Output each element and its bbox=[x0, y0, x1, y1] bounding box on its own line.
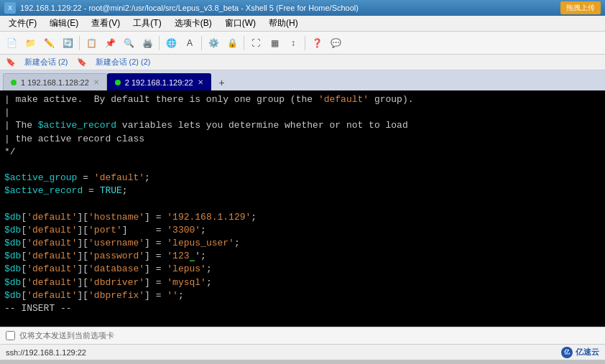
watermark-text: 亿速云 bbox=[576, 347, 599, 358]
connection-status: ssh://192.168.1.129:22 bbox=[6, 348, 86, 357]
send-to-current-tab-label: 仅将文本发送到当前选项卡 bbox=[19, 330, 114, 341]
watermark-icon: 亿 bbox=[561, 347, 573, 358]
menu-view[interactable]: 查看(V) bbox=[86, 16, 126, 31]
lock-button[interactable]: 🔒 bbox=[223, 34, 241, 52]
terminal-line-5: */ bbox=[4, 146, 601, 159]
open-button[interactable]: 📁 bbox=[22, 34, 39, 52]
globe-button[interactable]: 🌐 bbox=[162, 34, 180, 52]
terminal-line-13: $db['default']['password'] = '123█'; bbox=[4, 250, 601, 263]
toolbar: 📄 📁 ✏️ 🔄 📋 📌 🔍 🖨️ 🌐 A ⚙️ 🔒 ⛶ ▦ ↕️ ❓ 💬 bbox=[0, 32, 605, 55]
terminal-line-7: $active_group = 'default'; bbox=[4, 172, 601, 185]
watermark: 亿 亿速云 bbox=[561, 347, 599, 358]
paste-button[interactable]: 📌 bbox=[101, 34, 119, 52]
separator-4 bbox=[244, 36, 244, 50]
terminal-line-2: | bbox=[4, 106, 601, 119]
tab-2[interactable]: 2 192.168.1.129:22 ✕ bbox=[107, 73, 211, 90]
menu-bar: 文件(F) 编辑(E) 查看(V) 工具(T) 选项卡(B) 窗口(W) 帮助(… bbox=[0, 16, 605, 32]
terminal-line-4: | the active record class bbox=[4, 133, 601, 146]
menu-window[interactable]: 窗口(W) bbox=[219, 16, 262, 31]
terminal-line-10: $db['default']['hostname'] = '192.168.1.… bbox=[4, 211, 601, 224]
help-toolbar-button[interactable]: ❓ bbox=[308, 34, 325, 52]
terminal-line-6 bbox=[4, 159, 601, 172]
new-button[interactable]: 📄 bbox=[3, 34, 20, 52]
status-bar: ssh://192.168.1.129:22 亿 亿速云 bbox=[0, 344, 605, 360]
terminal-line-3: | The $active_record variables lets you … bbox=[4, 119, 601, 132]
separator-1 bbox=[79, 36, 80, 50]
tabs-bar: 1 192.168.1.128:22 ✕ 2 192.168.1.129:22 … bbox=[0, 70, 605, 90]
title-bar-left: X 192.168.1.129:22 - root@mini2:/usr/loc… bbox=[4, 2, 359, 14]
bottom-bar: 仅将文本发送到当前选项卡 bbox=[0, 327, 605, 344]
separator-5 bbox=[305, 36, 305, 50]
terminal-line-14: $db['default']['database'] = 'lepus'; bbox=[4, 263, 601, 276]
find-button[interactable]: 🔍 bbox=[120, 34, 137, 52]
session-link-1[interactable]: 新建会话 (2) bbox=[24, 57, 68, 67]
title-bar-right: 拖拽上传 bbox=[560, 1, 601, 14]
menu-help[interactable]: 帮助(H) bbox=[263, 16, 304, 31]
session-link-2[interactable]: 新建会话 (2) (2) bbox=[96, 57, 151, 67]
tab-close-2[interactable]: ✕ bbox=[198, 78, 203, 86]
grid-button[interactable]: ▦ bbox=[266, 34, 283, 52]
tab-label-2: 2 192.168.1.129:22 bbox=[125, 78, 193, 87]
menu-edit[interactable]: 编辑(E) bbox=[44, 16, 84, 31]
app-icon: X bbox=[4, 2, 16, 14]
terminal-line-8: $active_record = TRUE; bbox=[4, 185, 601, 197]
tab-label-1: 1 192.168.1.128:22 bbox=[21, 78, 89, 87]
separator-2 bbox=[159, 36, 160, 50]
transfer-button[interactable]: ↕️ bbox=[285, 34, 302, 52]
bookmark-icon-1: 🔖 bbox=[6, 57, 16, 67]
tab-dot-2 bbox=[115, 80, 121, 85]
refresh-button[interactable]: 🔄 bbox=[59, 34, 76, 52]
tab-add-button[interactable]: + bbox=[214, 75, 230, 90]
comment-button[interactable]: 💬 bbox=[327, 34, 344, 52]
properties-button[interactable]: ✏️ bbox=[40, 34, 57, 52]
copy-button[interactable]: 📋 bbox=[83, 34, 100, 52]
font-button[interactable]: A bbox=[181, 34, 198, 52]
terminal-line-12: $db['default']['username'] = 'lepus_user… bbox=[4, 237, 601, 250]
tab-dot-1 bbox=[11, 80, 17, 85]
terminal-line-9 bbox=[4, 198, 601, 211]
menu-tabs[interactable]: 选项卡(B) bbox=[169, 16, 218, 31]
terminal-line-1: | make active. By default there is only … bbox=[4, 93, 601, 106]
print-button[interactable]: 🖨️ bbox=[139, 34, 156, 52]
upload-button[interactable]: 拖拽上传 bbox=[560, 1, 601, 14]
fullscreen-button[interactable]: ⛶ bbox=[247, 34, 264, 52]
terminal-line-11: $db['default']['port'] = '3300'; bbox=[4, 224, 601, 237]
title-bar: X 192.168.1.129:22 - root@mini2:/usr/loc… bbox=[0, 0, 605, 16]
send-to-current-tab-checkbox[interactable] bbox=[6, 331, 15, 340]
menu-tools[interactable]: 工具(T) bbox=[127, 16, 167, 31]
settings-button[interactable]: ⚙️ bbox=[205, 34, 222, 52]
terminal[interactable]: | make active. By default there is only … bbox=[0, 90, 605, 327]
terminal-line-16: $db['default']['dbprefix'] = ''; bbox=[4, 289, 601, 302]
menu-file[interactable]: 文件(F) bbox=[3, 16, 42, 31]
bookmark-icon-2: 🔖 bbox=[77, 57, 87, 67]
terminal-line-17: -- INSERT -- bbox=[4, 302, 601, 315]
window-title: 192.168.1.129:22 - root@mini2:/usr/local… bbox=[20, 4, 359, 12]
tab-close-1[interactable]: ✕ bbox=[93, 78, 99, 86]
separator-3 bbox=[201, 36, 202, 50]
terminal-line-15: $db['default']['dbdriver'] = 'mysql'; bbox=[4, 276, 601, 289]
tab-1[interactable]: 1 192.168.1.128:22 ✕ bbox=[3, 73, 107, 90]
sessions-bar: 🔖 新建会话 (2) 🔖 新建会话 (2) (2) bbox=[0, 55, 605, 70]
